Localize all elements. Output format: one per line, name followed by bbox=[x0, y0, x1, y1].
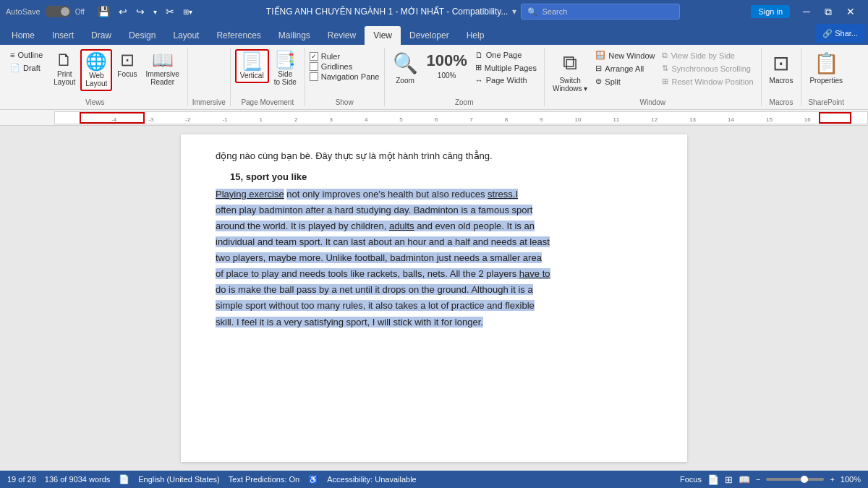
tab-help[interactable]: Help bbox=[458, 26, 493, 45]
text-playing-exercise: Playing exercise bbox=[216, 189, 284, 200]
ruler-tick-3: 3 bbox=[329, 116, 332, 123]
view-icon-2[interactable]: ⊞ bbox=[725, 474, 733, 485]
ruler-tick-12: 12 bbox=[651, 116, 658, 123]
undo-down-icon[interactable]: ▾ bbox=[150, 7, 160, 17]
quick-access-toolbar: 💾 ↩ ↪ ▾ ✂ ⊞▾ bbox=[95, 4, 195, 19]
customize-icon[interactable]: ⊞▾ bbox=[180, 7, 195, 17]
ruler-tick-1: 1 bbox=[260, 116, 263, 123]
title-dropdown[interactable]: ▾ bbox=[512, 7, 516, 17]
search-placeholder: Search bbox=[542, 7, 567, 16]
switch-windows-button[interactable]: ⧉ SwitchWindows ▾ bbox=[549, 49, 591, 95]
window-col2: ⧉ View Side by Side ⇅ Synchronous Scroll… bbox=[659, 49, 756, 87]
autosave-off: Off bbox=[75, 8, 85, 16]
ruler-tick-15: 15 bbox=[766, 116, 773, 123]
ribbon-group-page-movement: 📃 Vertical 📑 Sideto Side Page Movement bbox=[231, 48, 305, 106]
multiple-pages-button[interactable]: ⊞ Multiple Pages bbox=[472, 61, 540, 74]
restore-button[interactable]: ⧉ bbox=[817, 3, 839, 21]
redo-icon[interactable]: ↪ bbox=[133, 4, 148, 19]
side-to-side-button[interactable]: 📑 Sideto Side bbox=[271, 49, 300, 88]
print-layout-button[interactable]: 🗋 PrintLayout bbox=[50, 49, 79, 88]
zoom-button[interactable]: 🔍 Zoom bbox=[389, 49, 422, 87]
page-width-button[interactable]: ↔ Page Width bbox=[472, 74, 540, 86]
tab-mailings[interactable]: Mailings bbox=[270, 26, 319, 45]
tab-home[interactable]: Home bbox=[3, 26, 43, 45]
save-icon[interactable]: 💾 bbox=[95, 4, 113, 19]
tab-design[interactable]: Design bbox=[120, 26, 164, 45]
text-main-para-4: individual and team sport. It can last a… bbox=[216, 236, 550, 247]
views-group-label: Views bbox=[7, 97, 183, 106]
tab-developer[interactable]: Developer bbox=[401, 26, 458, 45]
new-window-button[interactable]: 🪟 New Window bbox=[592, 49, 658, 61]
reset-window-icon: ⊞ bbox=[662, 77, 668, 86]
close-button[interactable]: ✕ bbox=[839, 3, 862, 21]
ruler-tick-4: 4 bbox=[365, 116, 367, 123]
text-main-para-3: around the world. It is played by childr… bbox=[216, 221, 535, 231]
minimize-button[interactable]: ─ bbox=[796, 3, 817, 21]
navigation-pane-check-box bbox=[310, 72, 318, 81]
view-side-by-side-button[interactable]: ⧉ View Side by Side bbox=[659, 49, 756, 61]
web-layout-button[interactable]: 🌐 WebLayout bbox=[80, 49, 112, 91]
split-button[interactable]: ⊜ Split bbox=[592, 75, 658, 87]
synchronous-scrolling-button[interactable]: ⇅ Synchronous Scrolling bbox=[659, 62, 756, 74]
underline-adults: adults bbox=[389, 221, 414, 231]
show-group-label: Show bbox=[310, 97, 380, 106]
ruler-checkbox[interactable]: Ruler bbox=[310, 52, 380, 61]
macros-button[interactable]: ⊡ Macros bbox=[766, 49, 797, 87]
view-icon-1[interactable]: 📄 bbox=[707, 474, 719, 485]
ribbon-group-views: ≡ Outline 📄 Draft 🗋 PrintLayout 🌐 WebLay… bbox=[3, 48, 188, 106]
text-main-para-8: simple sport without too many rules, it … bbox=[216, 300, 535, 311]
one-page-button[interactable]: 🗋 One Page bbox=[472, 49, 540, 61]
ruler-tick-neg4: -4 bbox=[111, 116, 116, 123]
doc-paragraph: Playing exercise not only improves one's… bbox=[216, 187, 652, 330]
autosave-toggle[interactable] bbox=[45, 6, 71, 17]
focus-button[interactable]: ⊡ Focus bbox=[114, 49, 140, 80]
gridlines-checkbox[interactable]: Gridlines bbox=[310, 62, 380, 71]
outline-label: Outline bbox=[17, 51, 43, 59]
zoom-100-button[interactable]: 100% 100% bbox=[423, 49, 471, 82]
tab-insert[interactable]: Insert bbox=[43, 26, 82, 45]
zoom-slider[interactable] bbox=[766, 478, 824, 481]
split-icon: ⊜ bbox=[595, 77, 602, 86]
tab-layout[interactable]: Layout bbox=[164, 26, 208, 45]
arrange-all-button[interactable]: ⊟ Arrange All bbox=[592, 62, 658, 74]
ruler-tick-7: 7 bbox=[469, 116, 472, 123]
draft-label: Draft bbox=[23, 64, 41, 72]
zoom-percent: 100% bbox=[841, 475, 861, 484]
signin-button[interactable]: Sign in bbox=[751, 5, 790, 18]
search-box[interactable]: 🔍 Search bbox=[521, 4, 680, 20]
cut-icon[interactable]: ✂ bbox=[163, 4, 177, 19]
ruler-check-box bbox=[310, 52, 318, 61]
doc-intro-line: động nào cùng bạn bè. Đây thực sự là một… bbox=[216, 149, 652, 164]
macros-label: Macros bbox=[770, 77, 793, 85]
tab-draw[interactable]: Draw bbox=[82, 26, 120, 45]
draft-button[interactable]: 📄 Draft bbox=[7, 61, 46, 74]
tab-share[interactable]: 🔗 Shar... bbox=[815, 24, 865, 43]
ruler-tick-neg1: -1 bbox=[222, 116, 227, 123]
navigation-pane-checkbox[interactable]: Navigation Pane bbox=[310, 72, 380, 81]
tab-review[interactable]: Review bbox=[319, 26, 365, 45]
zoom-plus[interactable]: + bbox=[830, 475, 834, 484]
ruler-tick-9: 9 bbox=[540, 116, 542, 123]
outline-button[interactable]: ≡ Outline bbox=[7, 49, 46, 61]
vertical-button[interactable]: 📃 Vertical bbox=[235, 49, 269, 83]
properties-button[interactable]: 📋 Properties bbox=[806, 49, 846, 87]
window-group-label: Window bbox=[549, 97, 757, 106]
reset-window-position-button[interactable]: ⊞ Reset Window Position bbox=[659, 75, 756, 87]
show-content: Ruler Gridlines Navigation Pane bbox=[310, 49, 380, 97]
text-main-para-9: skill. I feel it is a very satisfying sp… bbox=[216, 317, 483, 328]
text-main-para-7: do is make the ball pass by a net until … bbox=[216, 284, 533, 295]
focus-label[interactable]: Focus bbox=[680, 475, 702, 484]
tab-view[interactable]: View bbox=[365, 26, 401, 45]
zoom-minus[interactable]: − bbox=[756, 475, 760, 484]
tab-references[interactable]: References bbox=[208, 26, 269, 45]
autosave-knob bbox=[61, 7, 69, 16]
immersive-group-label: Immersive bbox=[192, 97, 226, 106]
view-icon-3[interactable]: 📖 bbox=[739, 474, 750, 485]
ribbon-tabs: Home Insert Draw Design Layout Reference… bbox=[0, 23, 868, 45]
web-layout-icon: 🌐 bbox=[85, 53, 107, 70]
doc-page: động nào cùng bạn bè. Đây thực sự là một… bbox=[181, 134, 687, 462]
immersive-reader-button[interactable]: 📖 ImmersiveReader bbox=[142, 49, 183, 88]
accessibility-status: Accessibility: Unavailable bbox=[327, 475, 417, 484]
search-icon: 🔍 bbox=[527, 7, 537, 17]
undo-icon[interactable]: ↩ bbox=[116, 4, 130, 19]
